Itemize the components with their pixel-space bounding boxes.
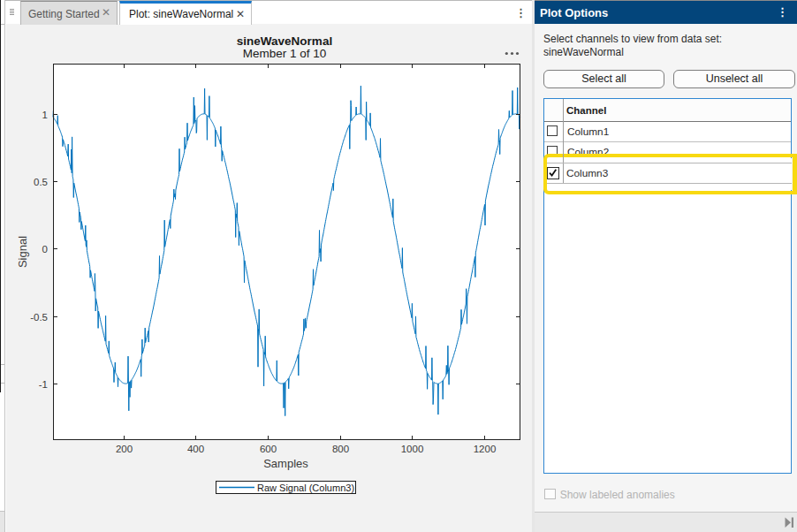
svg-text:800: 800 [332, 444, 349, 454]
svg-text:0: 0 [42, 244, 48, 255]
svg-text:-0.5: -0.5 [30, 312, 48, 323]
svg-text:Member 1 of 10: Member 1 of 10 [243, 47, 327, 60]
svg-text:1000: 1000 [401, 444, 424, 454]
svg-text:Raw Signal (Column3): Raw Signal (Column3) [257, 483, 354, 493]
svg-text:0.5: 0.5 [34, 177, 48, 187]
svg-text:sineWaveNormal: sineWaveNormal [237, 34, 332, 48]
svg-text:Signal: Signal [16, 236, 29, 268]
svg-text:1: 1 [42, 110, 48, 120]
svg-text:Samples: Samples [263, 457, 308, 470]
svg-text:400: 400 [187, 444, 204, 454]
svg-text:-1: -1 [39, 379, 48, 390]
svg-text:1200: 1200 [474, 444, 497, 454]
svg-text:600: 600 [260, 444, 277, 454]
svg-text:200: 200 [116, 444, 133, 454]
